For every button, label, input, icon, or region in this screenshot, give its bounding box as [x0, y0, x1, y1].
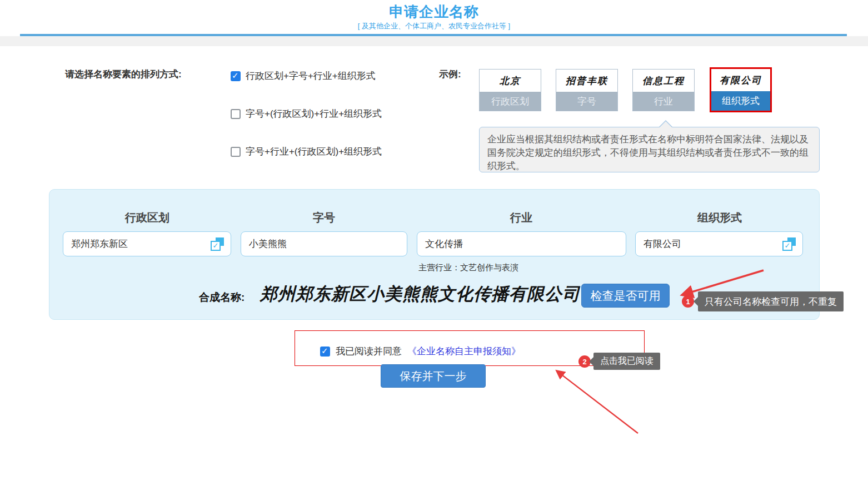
orgform-value: 有限公司 — [643, 237, 782, 250]
example-box-industry: 信息工程 行业 — [632, 69, 695, 111]
region-picker-icon[interactable]: ✓ — [211, 237, 224, 251]
orgform-picker-icon[interactable]: ✓ — [782, 237, 796, 251]
checkbox-unchecked-icon[interactable] — [231, 109, 241, 119]
composed-name-value: 郑州郑东新区小美熊熊文化传播有限公司 — [260, 283, 574, 306]
industry-value: 文化传播 — [425, 237, 619, 250]
field-header-region: 行政区划 — [92, 210, 203, 225]
annotation-tooltip-2: 点击我已阅读 — [593, 353, 660, 370]
field-header-orgform: 组织形式 — [664, 210, 775, 225]
annotation-tooltip-1: 只有公司名称检查可用，不重复 — [698, 291, 844, 311]
composed-name-label: 合成名称: — [199, 290, 245, 305]
orgform-input[interactable]: 有限公司 ✓ — [635, 231, 803, 256]
arrangement-option-label: 字号+(行政区划)+行业+组织形式 — [246, 107, 382, 120]
industry-input[interactable]: 文化传播 — [417, 231, 626, 256]
example-box-region: 北京 行政区划 — [479, 69, 541, 111]
example-category-label: 行业 — [633, 92, 694, 111]
page-title: 申请企业名称 — [0, 2, 868, 22]
example-category-label: 行政区划 — [480, 92, 541, 111]
tradename-value: 小美熊熊 — [249, 237, 400, 250]
example-category-label: 组织形式 — [711, 91, 770, 111]
example-box-tradename: 招普丰联 字号 — [556, 69, 618, 111]
example-box-orgform-highlighted: 有限公司 组织形式 — [710, 67, 772, 112]
arrangement-option-label: 行政区划+字号+行业+组织形式 — [246, 70, 376, 82]
arrow-to-agreement-box — [557, 371, 638, 433]
agreement-text: 我已阅读并同意 — [336, 345, 402, 358]
arrangement-option-1[interactable]: 行政区划+字号+行业+组织形式 — [231, 70, 376, 82]
agreement-row: 我已阅读并同意《企业名称自主申报须知》 — [320, 345, 521, 358]
orgform-note-bubble: 企业应当根据其组织结构或者责任形式在名称中标明符合国家法律、法规以及国务院决定规… — [479, 127, 820, 172]
main-industry-note: 主营行业：文艺创作与表演 — [418, 263, 518, 273]
checkbox-unchecked-icon[interactable] — [231, 147, 241, 157]
field-header-industry: 行业 — [466, 210, 577, 225]
example-sample-text: 北京 — [480, 70, 541, 92]
example-label: 示例: — [439, 68, 461, 81]
agreement-checkbox[interactable] — [320, 347, 330, 357]
arrangement-option-2[interactable]: 字号+(行政区划)+行业+组织形式 — [231, 107, 382, 120]
arrangement-option-3[interactable]: 字号+行业+(行政区划)+组织形式 — [231, 145, 382, 158]
example-category-label: 字号 — [556, 92, 617, 111]
arrangement-label: 请选择名称要素的排列方式: — [65, 68, 182, 81]
field-header-tradename: 字号 — [268, 210, 380, 225]
example-sample-text: 有限公司 — [711, 69, 770, 91]
check-availability-button[interactable]: 检查是否可用 — [581, 284, 670, 308]
example-sample-text: 招普丰联 — [556, 70, 617, 92]
declaration-notice-link[interactable]: 《企业名称自主申报须知》 — [407, 345, 521, 358]
region-value: 郑州郑东新区 — [71, 237, 211, 250]
arrangement-option-label: 字号+行业+(行政区划)+组织形式 — [246, 145, 382, 158]
example-sample-text: 信息工程 — [633, 70, 694, 92]
apply-enterprise-name-page: 申请企业名称 [ 及其他企业、个体工商户、农民专业合作社等 ] 请选择名称要素的… — [0, 0, 868, 485]
save-next-button[interactable]: 保存并下一步 — [381, 364, 486, 388]
region-input[interactable]: 郑州郑东新区 ✓ — [63, 231, 231, 256]
page-subtitle: [ 及其他企业、个体工商户、农民专业合作社等 ] — [0, 21, 868, 31]
checkbox-checked-icon[interactable] — [231, 71, 241, 81]
header-gray-bar — [0, 36, 868, 46]
annotation-badge-1: 1 — [682, 295, 694, 308]
tradename-input[interactable]: 小美熊熊 — [241, 231, 407, 256]
